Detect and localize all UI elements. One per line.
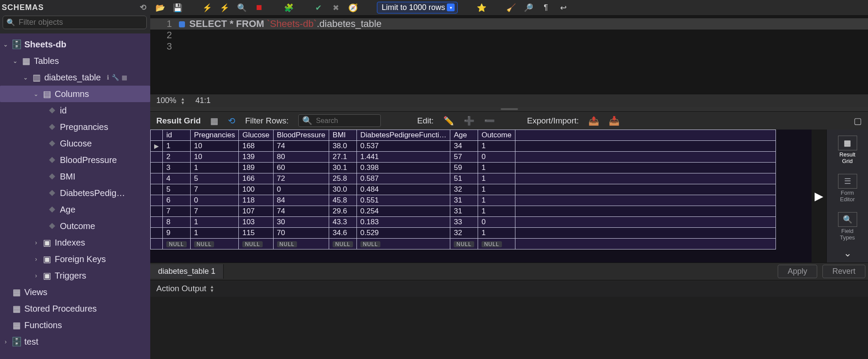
cell[interactable]: 0 bbox=[478, 217, 515, 228]
row-marker[interactable] bbox=[151, 163, 163, 173]
cell[interactable]: 80 bbox=[273, 152, 329, 163]
cell[interactable]: 166 bbox=[239, 173, 273, 184]
cell-null[interactable]: NULL bbox=[239, 239, 273, 249]
edit-row-icon[interactable]: ✏️ bbox=[443, 116, 454, 126]
favorite-icon[interactable]: ⭐ bbox=[476, 2, 487, 13]
cell[interactable]: 7 bbox=[190, 206, 239, 217]
wrap-cell-icon[interactable]: ▢ bbox=[854, 116, 862, 126]
cell-null[interactable]: NULL bbox=[478, 239, 515, 249]
add-row-icon[interactable]: ➕ bbox=[464, 116, 475, 126]
cell[interactable]: 30.1 bbox=[329, 163, 357, 173]
stepper-icon[interactable]: ▲▼ bbox=[210, 285, 214, 293]
cell[interactable]: 25.8 bbox=[329, 173, 357, 184]
cell[interactable]: 7 bbox=[190, 184, 239, 195]
tree-functions[interactable]: ▦ Functions bbox=[0, 317, 150, 333]
column-header[interactable]: Glucose bbox=[239, 130, 273, 141]
cell[interactable]: 1 bbox=[478, 163, 515, 173]
chevron-right-icon[interactable] bbox=[3, 333, 9, 350]
explain-icon[interactable]: 🔍 bbox=[236, 2, 248, 13]
execute-icon[interactable]: ⚡ bbox=[201, 2, 213, 13]
cell[interactable]: 107 bbox=[239, 206, 273, 217]
cell[interactable]: 31 bbox=[450, 206, 478, 217]
cell[interactable]: 0 bbox=[190, 195, 239, 206]
filter-rows-input[interactable] bbox=[316, 117, 403, 125]
table-row[interactable]: 601188445.80.551311 bbox=[151, 195, 776, 206]
tree-column[interactable]: BloodPressure bbox=[0, 152, 150, 168]
chevron-right-icon[interactable] bbox=[33, 234, 39, 251]
cell[interactable]: 168 bbox=[239, 141, 273, 152]
row-limit-select[interactable]: Limit to 1000 rows ▾ bbox=[377, 2, 458, 13]
cell[interactable]: 32 bbox=[450, 184, 478, 195]
cell[interactable]: 1 bbox=[478, 195, 515, 206]
breakpoint-icon[interactable] bbox=[179, 21, 185, 27]
apply-button[interactable]: Apply bbox=[778, 265, 817, 278]
cell[interactable]: 43.3 bbox=[329, 217, 357, 228]
cell[interactable]: 10 bbox=[190, 152, 239, 163]
cell[interactable]: 70 bbox=[273, 228, 329, 239]
cell[interactable]: 1 bbox=[190, 163, 239, 173]
column-header[interactable]: Outcome bbox=[478, 130, 515, 141]
tree-foreign-keys[interactable]: ▣ Foreign Keys bbox=[0, 251, 150, 267]
action-output-select[interactable]: Action Output ▲▼ bbox=[156, 284, 214, 293]
cell[interactable]: 1 bbox=[190, 228, 239, 239]
refresh-icon[interactable]: ⟲ bbox=[228, 116, 235, 126]
schemas-refresh-icon[interactable]: ⟲ bbox=[140, 3, 147, 12]
cell[interactable]: 72 bbox=[273, 173, 329, 184]
cell[interactable]: 1 bbox=[478, 228, 515, 239]
cell[interactable]: 9 bbox=[163, 228, 191, 239]
cell[interactable]: 0.254 bbox=[356, 206, 450, 217]
row-marker[interactable] bbox=[151, 173, 163, 184]
cell[interactable]: 1.441 bbox=[356, 152, 450, 163]
execute-current-icon[interactable]: ⚡ bbox=[219, 2, 230, 13]
cell[interactable]: 0 bbox=[478, 152, 515, 163]
chevron-down-icon[interactable] bbox=[12, 53, 18, 69]
import-icon[interactable]: 📥 bbox=[609, 116, 620, 126]
cell[interactable]: 10 bbox=[190, 141, 239, 152]
cell[interactable]: 103 bbox=[239, 217, 273, 228]
cell-null[interactable]: NULL bbox=[329, 239, 357, 249]
cell[interactable]: 115 bbox=[239, 228, 273, 239]
column-header[interactable]: BMI bbox=[329, 130, 357, 141]
table-row[interactable]: 771077429.60.254311 bbox=[151, 206, 776, 217]
cell[interactable]: 0.587 bbox=[356, 173, 450, 184]
cell[interactable]: 0.183 bbox=[356, 217, 450, 228]
cell[interactable]: 1 bbox=[478, 141, 515, 152]
sidebar-search[interactable]: 🔍 bbox=[3, 16, 147, 29]
tree-column[interactable]: Outcome bbox=[0, 218, 150, 234]
more-panels-icon[interactable]: ⌄ bbox=[844, 248, 851, 259]
filter-rows-input-wrap[interactable]: 🔍 bbox=[298, 114, 381, 127]
cell[interactable]: 34 bbox=[450, 141, 478, 152]
table-row-null[interactable]: NULLNULLNULLNULLNULLNULLNULLNULL bbox=[151, 239, 776, 249]
toggle-icon[interactable]: 🧩 bbox=[283, 2, 294, 13]
cell[interactable]: 1 bbox=[478, 173, 515, 184]
panel-form-editor[interactable]: ☰ Form Editor bbox=[838, 171, 857, 205]
cell[interactable]: 0.551 bbox=[356, 195, 450, 206]
cell[interactable]: 27.1 bbox=[329, 152, 357, 163]
cell[interactable]: 29.6 bbox=[329, 206, 357, 217]
chevron-down-icon[interactable] bbox=[33, 86, 39, 102]
table-row[interactable]: 811033043.30.183330 bbox=[151, 217, 776, 228]
row-marker[interactable]: ▶ bbox=[151, 141, 163, 152]
cell[interactable]: 100 bbox=[239, 184, 273, 195]
cell-null[interactable]: NULL bbox=[190, 239, 239, 249]
tree-views[interactable]: ▦ Views bbox=[0, 284, 150, 300]
row-marker[interactable] bbox=[151, 217, 163, 228]
tree-tables[interactable]: ▦ Tables bbox=[0, 53, 150, 69]
tree-indexes[interactable]: ▣ Indexes bbox=[0, 234, 150, 251]
cell-null[interactable]: NULL bbox=[273, 239, 329, 249]
cell[interactable]: 3 bbox=[163, 163, 191, 173]
cell[interactable]: 74 bbox=[273, 141, 329, 152]
chevron-right-icon[interactable] bbox=[33, 267, 39, 284]
row-marker[interactable] bbox=[151, 206, 163, 217]
tree-column[interactable]: Glucose bbox=[0, 135, 150, 152]
chevron-right-icon[interactable] bbox=[33, 251, 39, 267]
beautify-icon[interactable]: 🧹 bbox=[505, 2, 517, 13]
cell-null[interactable]: NULL bbox=[450, 239, 478, 249]
column-header[interactable]: BloodPressure bbox=[273, 130, 329, 141]
delete-row-icon[interactable]: ➖ bbox=[484, 116, 495, 126]
column-header[interactable]: Age bbox=[450, 130, 478, 141]
cell[interactable]: 1 bbox=[190, 217, 239, 228]
cell[interactable]: 5 bbox=[190, 173, 239, 184]
panel-result-grid[interactable]: ▦ Result Grid bbox=[838, 133, 857, 167]
cell[interactable]: 1 bbox=[163, 141, 191, 152]
